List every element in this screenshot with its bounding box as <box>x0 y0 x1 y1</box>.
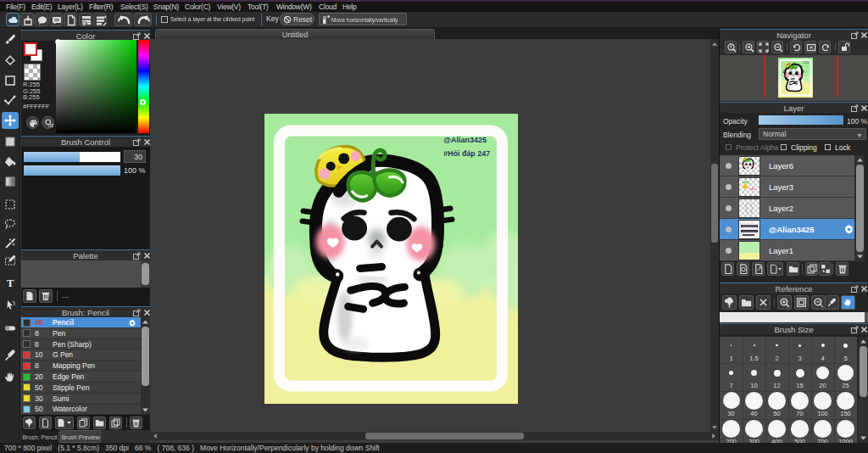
svg-text:T: T <box>7 277 14 289</box>
svg-text:GB: GB <box>48 124 53 128</box>
